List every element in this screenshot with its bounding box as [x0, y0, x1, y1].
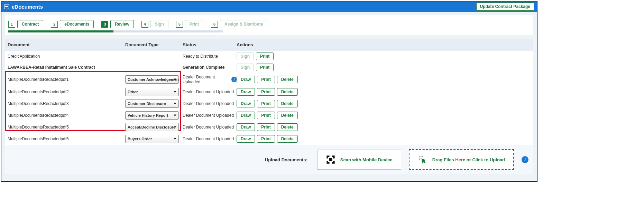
print-button[interactable]: Print	[257, 123, 275, 131]
status-text: Dealer Document Uploaded	[183, 89, 234, 94]
status-cell: Dealer Document Uploadedi	[183, 75, 237, 84]
step-number: 4	[141, 21, 148, 28]
draw-button[interactable]: Draw	[237, 112, 255, 119]
qr-icon	[326, 155, 335, 164]
status-cell: Ready to Distributei	[183, 54, 237, 59]
step-number: 5	[176, 21, 183, 28]
step-button-contract[interactable]: Contract	[17, 20, 43, 28]
table-row: Credit ApplicationReady to DistributeiSi…	[5, 51, 533, 62]
actions-cell: DrawPrintDelete	[237, 112, 531, 119]
document-name: MultipleDocumentsRedactedpdf5	[8, 125, 125, 130]
delete-button[interactable]: Delete	[277, 112, 298, 119]
print-button[interactable]: Print	[257, 76, 275, 83]
document-name: MultipleDocumentsRedactedpdf1	[8, 77, 125, 82]
step-group-3: 3Review	[101, 20, 134, 28]
step-number: 1	[8, 21, 15, 28]
table-row: LAWARBEA-Retail Installment Sale Contrac…	[5, 62, 533, 73]
draw-button[interactable]: Draw	[237, 123, 255, 131]
documents-table: Document Document Type Status Actions Cr…	[5, 39, 533, 174]
table-row: MultipleDocumentsRedactedpdf3Customer Di…	[5, 98, 533, 110]
step-group-1: 1Contract	[8, 20, 43, 28]
steps-row: 1Contract2eDocuments3Review4Sign5Print6A…	[8, 20, 530, 28]
step-button-review[interactable]: Review	[110, 20, 134, 28]
scan-mobile-label: Scan with Mobile Device	[340, 157, 393, 162]
col-status: Status	[183, 42, 237, 47]
status-cell: Dealer Document Uploadedi	[183, 101, 237, 106]
steps-panel: 1Contract2eDocuments3Review4Sign5Print6A…	[5, 15, 533, 35]
info-icon[interactable]: i	[522, 156, 528, 163]
sign-button: Sign	[237, 64, 254, 71]
col-document: Document	[8, 42, 125, 47]
document-type-cell: Other	[125, 88, 183, 96]
document-type-select[interactable]: Buyers Order	[125, 135, 179, 143]
draw-button[interactable]: Draw	[237, 76, 255, 83]
step-button-sign: Sign	[150, 20, 168, 28]
steps-progress-fill	[8, 30, 113, 32]
print-button[interactable]: Print	[257, 88, 275, 96]
document-name: LAWARBEA-Retail Installment Sale Contrac…	[8, 65, 125, 70]
status-text: Dealer Document Uploaded	[183, 113, 234, 118]
collapse-icon[interactable]	[4, 4, 9, 9]
draw-button[interactable]: Draw	[237, 88, 255, 96]
status-cell: Dealer Document Uploadedi	[183, 89, 237, 94]
document-type-select[interactable]: Customer Disclosure	[125, 99, 179, 108]
delete-button[interactable]: Delete	[277, 76, 298, 83]
document-name: Credit Application	[8, 54, 125, 59]
col-type: Document Type	[125, 42, 183, 47]
document-name: MultipleDocumentsRedactedpdf2	[8, 89, 125, 94]
document-type-cell: Vehicle History Report	[125, 111, 183, 120]
document-name: MultipleDocumentsRedactedpdf4	[8, 113, 125, 118]
draw-button[interactable]: Draw	[237, 100, 255, 107]
table-row: MultipleDocumentsRedactedpdf4Vehicle His…	[5, 110, 533, 121]
actions-cell: DrawPrintDelete	[237, 135, 531, 143]
header-bar: eDocuments Update Contract Package	[1, 1, 537, 12]
step-number: 3	[101, 21, 108, 28]
table-header: Document Document Type Status Actions	[5, 39, 533, 51]
table-row: MultipleDocumentsRedactedpdf2OtherDealer…	[5, 86, 533, 98]
table-row: MultipleDocumentsRedactedpdf1Customer Ac…	[5, 73, 533, 86]
update-contract-button[interactable]: Update Contract Package	[476, 2, 534, 11]
app-frame: eDocuments Update Contract Package 1Cont…	[1, 1, 537, 182]
drag-upload-icon	[418, 155, 427, 164]
delete-button[interactable]: Delete	[277, 100, 298, 107]
actions-cell: SignPrint	[237, 53, 531, 60]
draw-button[interactable]: Draw	[237, 135, 255, 143]
delete-button[interactable]: Delete	[277, 135, 298, 143]
step-button-print: Print	[185, 20, 203, 28]
document-type-cell: Customer Disclosure	[125, 99, 183, 108]
print-button[interactable]: Print	[257, 100, 275, 107]
print-button[interactable]: Print	[256, 64, 274, 71]
step-number: 2	[51, 21, 58, 28]
document-type-select[interactable]: Accept/Decline Disclosure	[125, 123, 179, 131]
step-group-2: 2eDocuments	[51, 20, 94, 28]
print-button[interactable]: Print	[257, 112, 275, 119]
document-type-select[interactable]: Other	[125, 88, 179, 96]
dropzone-link[interactable]: Click to Upload	[472, 157, 505, 162]
print-button[interactable]: Print	[257, 135, 275, 143]
steps-progress	[8, 30, 223, 32]
actions-cell: SignPrint	[237, 64, 531, 71]
status-cell: Dealer Document Uploadedi	[183, 113, 237, 118]
upload-label: Upload Documents:	[265, 157, 307, 162]
print-button[interactable]: Print	[256, 53, 274, 60]
status-text: Dealer Document Uploaded	[183, 101, 234, 106]
step-group-4: 4Sign	[141, 20, 168, 28]
document-type-select[interactable]: Customer Acknowledgement	[125, 75, 179, 84]
document-type-cell: Accept/Decline Disclosure	[125, 123, 183, 131]
status-text: Ready to Distribute	[183, 54, 218, 59]
actions-cell: DrawPrintDelete	[237, 100, 531, 107]
file-dropzone[interactable]: Drag Files Here or Click to Upload	[409, 149, 514, 170]
delete-button[interactable]: Delete	[277, 88, 298, 96]
info-icon[interactable]: i	[231, 77, 237, 82]
status-cell: Dealer Document Uploadedi	[183, 125, 237, 130]
step-button-assign-distribute: Assign & Distribute	[220, 20, 267, 28]
step-button-edocuments[interactable]: eDocuments	[60, 20, 94, 28]
delete-button[interactable]: Delete	[277, 123, 298, 131]
document-type-select[interactable]: Vehicle History Report	[125, 111, 179, 120]
table-row: MultipleDocumentsRedactedpdf5Accept/Decl…	[5, 121, 533, 133]
actions-cell: DrawPrintDelete	[237, 88, 531, 96]
scan-mobile-button[interactable]: Scan with Mobile Device	[317, 150, 401, 170]
table-body: Credit ApplicationReady to DistributeiSi…	[5, 51, 533, 145]
status-text: Dealer Document Uploaded	[183, 136, 234, 141]
status-cell: Dealer Document Uploadedi	[183, 136, 237, 141]
